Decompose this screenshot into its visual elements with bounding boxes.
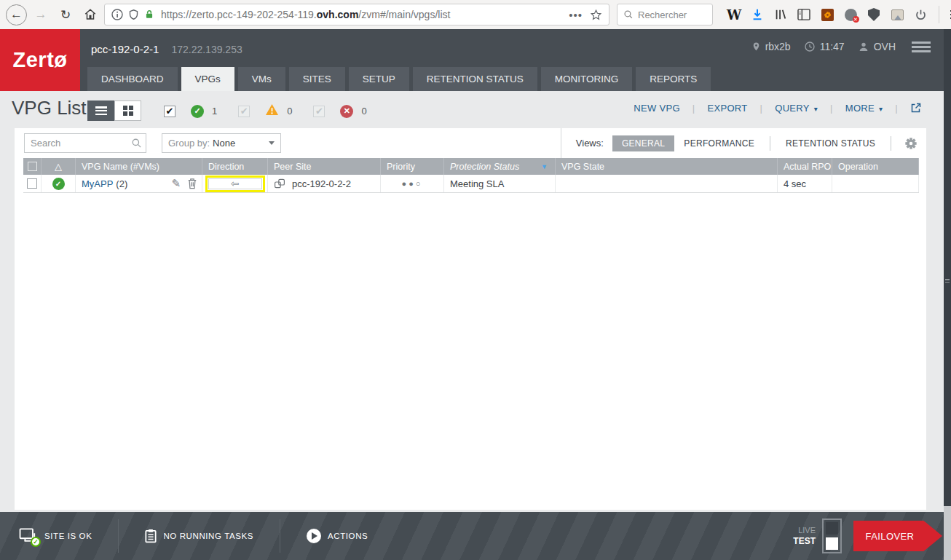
shield-extension-icon[interactable] (863, 4, 885, 25)
tab-sites[interactable]: SITES (289, 67, 345, 91)
back-button[interactable]: ← (6, 4, 27, 25)
query-button[interactable]: QUERY▾ (775, 103, 818, 114)
list-view-button[interactable] (87, 100, 114, 121)
priority-medium-dots: ●●○ (402, 179, 423, 188)
more-button[interactable]: MORE▾ (845, 103, 883, 114)
site-location: rbx2b (751, 41, 791, 52)
https-lock-icon (144, 9, 154, 20)
vpg-name-link[interactable]: MyAPP (82, 178, 113, 189)
site-ip: 172.22.139.253 (171, 44, 242, 55)
browser-search-input[interactable] (638, 9, 701, 20)
browser-toolbar: ← → ↻ https://zerto.pcc-149-202-254-119.… (0, 0, 951, 29)
actions-menu[interactable]: ACTIONS (307, 529, 368, 543)
page-scrollbar[interactable] (944, 29, 951, 560)
tab-reports[interactable]: REPORTS (636, 67, 711, 91)
direction-cell: ⇦ (202, 175, 268, 192)
select-all-checkbox[interactable] (28, 162, 37, 171)
tab-vpgs[interactable]: VPGs (181, 67, 234, 91)
reload-button[interactable]: ↻ (55, 4, 76, 25)
status-filters: ✔ ✓ 1 ✔ 0 ✔ ✕ 0 (164, 103, 388, 119)
app-menu-icon[interactable] (912, 42, 931, 52)
ok-status-icon: ✓ (191, 105, 204, 118)
main-content: VPG List ✔ ✓ 1 ✔ 0 ✔ ✕ 0 NEW VPG | EXPOR… (0, 91, 951, 512)
download-icon[interactable] (746, 4, 768, 25)
vm-count: (2) (116, 178, 127, 189)
tab-monitoring[interactable]: MONITORING (541, 67, 633, 91)
ok-filter-checkbox[interactable]: ✔ (164, 106, 175, 117)
caret-down-icon: ▾ (879, 105, 883, 113)
column-priority[interactable]: Priority (381, 158, 444, 175)
tracking-shield-icon[interactable] (128, 9, 139, 20)
page-info-icon[interactable] (111, 9, 123, 20)
direction-button[interactable]: ⇦ (208, 178, 262, 189)
tab-retention-status[interactable]: RETENTION STATUS (413, 67, 537, 91)
gear-icon (904, 137, 918, 150)
browser-menu-icon[interactable] (945, 4, 951, 25)
site-status-label: SITE IS OK (44, 532, 92, 540)
row-checkbox[interactable] (27, 178, 37, 189)
column-protection-status[interactable]: Protection Status▼ (444, 158, 556, 175)
location-pin-icon (751, 41, 761, 52)
error-filter-checkbox[interactable]: ✔ (313, 106, 325, 117)
toggle-test-position[interactable] (826, 537, 838, 550)
vpg-search-input[interactable] (24, 133, 146, 153)
tab-vms[interactable]: VMs (238, 67, 285, 91)
column-vpg-name[interactable]: VPG Name (#VMs) (76, 158, 202, 175)
running-tasks[interactable]: NO RUNNING TASKS (145, 529, 253, 543)
column-actual-rpo[interactable]: Actual RPO (778, 158, 832, 175)
site-name: pcc-192-0-2-1 (91, 43, 159, 55)
library-icon[interactable] (770, 4, 792, 25)
ok-count: 1 (212, 106, 217, 117)
table-row[interactable]: ✓ MyAPP (2) ✎ ⇦ pcc-192-0-2-2 ●●○ Meeti (23, 175, 919, 193)
zerto-logo: Zertø (0, 29, 80, 91)
url-text[interactable]: https://zerto.pcc-149-202-254-119.ovh.co… (161, 9, 450, 20)
page-actions: NEW VPG | EXPORT | QUERY▾ | MORE▾ | (634, 102, 922, 114)
edit-vpg-icon[interactable]: ✎ (171, 177, 181, 190)
url-path: /zvm#/main/vpgs/list (358, 9, 450, 20)
user-menu[interactable]: OVH (858, 41, 896, 52)
group-by-select[interactable]: Group by: None (162, 133, 281, 153)
page-actions-icon[interactable]: ••• (569, 9, 583, 21)
vpg-list-panel: Group by: None Views: GENERAL PERFORMANC… (15, 128, 926, 510)
sidebar-icon[interactable] (793, 4, 815, 25)
tab-setup[interactable]: SETUP (349, 67, 409, 91)
grid-view-button[interactable] (114, 100, 141, 121)
privacy-extension-icon[interactable]: ✕ (840, 4, 861, 25)
paired-site-icon (274, 178, 285, 189)
filter-row: Group by: None Views: GENERAL PERFORMANC… (15, 128, 926, 158)
power-icon[interactable] (909, 4, 931, 25)
view-general[interactable]: GENERAL (612, 135, 674, 151)
table-settings-button[interactable] (904, 137, 918, 150)
view-retention-status[interactable]: RETENTION STATUS (776, 135, 885, 151)
screenshot-extension-icon[interactable] (886, 4, 908, 25)
column-peer-site[interactable]: Peer Site (268, 158, 381, 175)
column-operation[interactable]: Operation (832, 158, 919, 175)
tab-dashboard[interactable]: DASHBOARD (87, 67, 178, 91)
failover-button[interactable]: FAILOVER (853, 521, 942, 551)
live-label: LIVE (793, 525, 816, 536)
test-label: TEST (793, 536, 816, 547)
delete-vpg-icon[interactable] (187, 178, 197, 189)
warning-filter-checkbox[interactable]: ✔ (238, 106, 250, 117)
gear-extension-icon[interactable] (816, 4, 838, 25)
export-button[interactable]: EXPORT (708, 103, 748, 114)
url-bar[interactable]: https://zerto.pcc-149-202-254-119.ovh.co… (104, 4, 609, 25)
live-test-toggle[interactable] (822, 518, 842, 553)
view-performance[interactable]: PERFORMANCE (674, 135, 764, 151)
forward-button[interactable]: → (30, 4, 52, 25)
wappalyzer-extension-icon[interactable]: W (723, 4, 745, 25)
bookmark-star-icon[interactable] (590, 9, 602, 21)
open-new-window-button[interactable] (910, 102, 922, 114)
warning-status-icon (265, 103, 279, 119)
home-button[interactable] (79, 4, 101, 25)
alerts-column-header[interactable]: △ (42, 158, 76, 175)
column-direction[interactable]: Direction (202, 158, 268, 175)
scrollbar-thumb[interactable] (944, 29, 951, 506)
toggle-live-position[interactable] (826, 522, 838, 535)
column-vpg-state[interactable]: VPG State (556, 158, 778, 175)
new-vpg-button[interactable]: NEW VPG (634, 103, 680, 114)
server-time: 11:47 (804, 41, 845, 52)
error-status-icon: ✕ (340, 105, 353, 118)
site-status[interactable]: ✓ SITE IS OK (19, 528, 92, 544)
browser-search-box[interactable] (617, 4, 713, 25)
